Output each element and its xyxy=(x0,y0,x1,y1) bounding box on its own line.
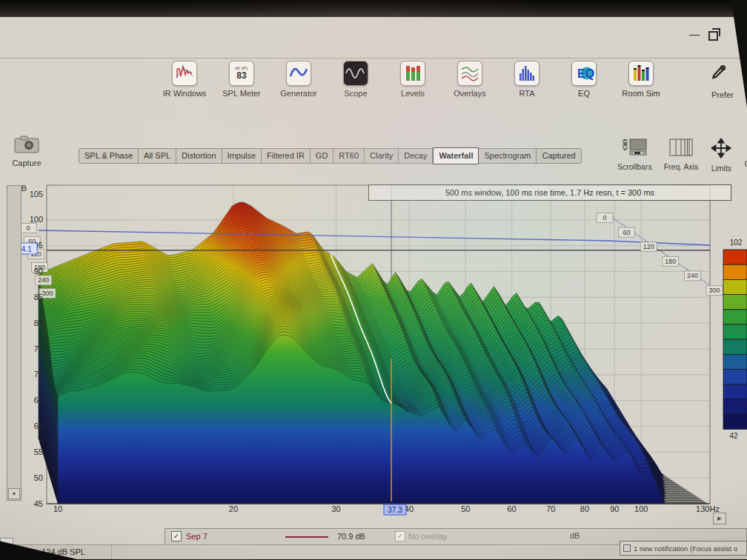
titlebar-divider xyxy=(0,58,747,59)
freq-axis-icon xyxy=(669,138,693,160)
scrollbars-icon xyxy=(621,138,648,160)
toolbar-button-eq[interactable]: EQEQ xyxy=(561,61,607,98)
vertical-scrollbar[interactable]: ▼ xyxy=(7,185,21,501)
svg-text:42: 42 xyxy=(729,432,738,440)
toolbar-button-generator[interactable]: Generator xyxy=(276,61,322,98)
graph-button-limits[interactable]: Limits xyxy=(710,138,732,173)
tab-filtered-ir[interactable]: Filtered IR xyxy=(262,148,311,164)
scope-icon xyxy=(343,61,368,86)
svg-text:90: 90 xyxy=(34,267,43,276)
generator-icon xyxy=(286,61,311,86)
toolbar-button-ir-windows[interactable]: IR Windows xyxy=(162,61,208,98)
tab-waterfall[interactable]: Waterfall xyxy=(433,147,479,164)
toolbar-button-overlays[interactable]: Overlays xyxy=(447,61,493,98)
minimize-button[interactable]: — xyxy=(689,28,700,40)
toolbar-label: SPL Meter xyxy=(222,89,261,98)
rta-icon xyxy=(514,61,540,86)
svg-text:85: 85 xyxy=(34,293,43,301)
monitor-bezel-top xyxy=(0,0,747,17)
svg-text:55: 55 xyxy=(34,447,43,456)
graph-button-label: Limits xyxy=(711,164,731,173)
toolbar-button-room-sim[interactable]: Room Sim xyxy=(618,61,664,98)
graph-button-label: C xyxy=(744,159,747,168)
spl-meter-icon: dB SPL83 xyxy=(229,61,254,86)
rew-window: — IR WindowsdB SPL83SPL MeterGeneratorSc… xyxy=(0,16,747,560)
waterfall-surface xyxy=(39,202,708,504)
levels-icon xyxy=(400,61,425,86)
toolbar-button-levels[interactable]: Levels xyxy=(390,61,436,98)
room-sim-icon xyxy=(628,61,654,86)
main-toolbar: IR WindowsdB SPL83SPL MeterGeneratorScop… xyxy=(162,61,664,98)
scroll-down-button[interactable]: ▼ xyxy=(8,488,20,499)
ir-windows-icon xyxy=(172,61,197,86)
toolbar-button-rta[interactable]: RTA xyxy=(504,61,550,98)
toolbar-button-spl-meter[interactable]: dB SPL83SPL Meter xyxy=(219,61,265,98)
svg-text:50: 50 xyxy=(34,473,43,482)
svg-text:80: 80 xyxy=(580,504,589,513)
svg-text:240: 240 xyxy=(687,272,698,279)
notification-tooltip: 1 new notification (Focus assist o xyxy=(620,541,747,556)
svg-text:120: 120 xyxy=(643,243,654,250)
svg-text:240: 240 xyxy=(38,276,49,284)
svg-text:50: 50 xyxy=(461,504,470,513)
preferences-button[interactable]: Prefer xyxy=(706,62,747,99)
svg-text:100: 100 xyxy=(30,215,43,224)
svg-text:102: 102 xyxy=(730,239,743,247)
notification-text: 1 new notification (Focus assist o xyxy=(634,544,737,553)
tab-all-spl[interactable]: All SPL xyxy=(139,148,176,164)
tab-rt60[interactable]: RT60 xyxy=(333,148,365,164)
tab-decay[interactable]: Decay xyxy=(399,148,433,164)
svg-text:80: 80 xyxy=(34,319,43,327)
svg-text:90: 90 xyxy=(610,504,619,513)
graph-controls: ScrollbarsFreq. AxisLimitsC xyxy=(617,138,747,173)
trace-color-sample xyxy=(285,536,328,538)
tab-spectrogram[interactable]: Spectrogram xyxy=(479,148,537,164)
toolbar-label: Levels xyxy=(401,89,425,98)
graph-button-controls-partial[interactable]: C xyxy=(744,157,747,173)
tab-clarity[interactable]: Clarity xyxy=(365,148,399,164)
graph-button-freq-axis[interactable]: Freq. Axis xyxy=(664,138,699,173)
svg-text:105: 105 xyxy=(30,190,43,199)
overlay-checkbox[interactable]: ✓ xyxy=(395,531,405,541)
toolbar-label: Generator xyxy=(280,89,317,98)
toolbar-label: RTA xyxy=(519,89,535,98)
restore-button[interactable] xyxy=(708,31,718,41)
trace-checkbox[interactable]: ✓ xyxy=(171,531,182,541)
tab-distortion[interactable]: Distortion xyxy=(176,148,222,164)
svg-text:180: 180 xyxy=(665,258,676,265)
waterfall-graph-panel: 006060120120180180240240300300dB10510095… xyxy=(0,181,747,527)
capture-button[interactable]: Capture xyxy=(7,135,46,167)
screen-photo: — IR WindowsdB SPL83SPL MeterGeneratorSc… xyxy=(0,0,747,560)
svg-text:300: 300 xyxy=(42,290,53,297)
toolbar-label: Scope xyxy=(344,89,367,98)
tab-captured[interactable]: Captured xyxy=(537,148,581,164)
tab-gd[interactable]: GD xyxy=(311,148,334,164)
svg-text:10: 10 xyxy=(53,504,62,513)
limits-icon xyxy=(710,138,732,161)
svg-text:75: 75 xyxy=(34,344,43,353)
waterfall-plot[interactable]: 006060120120180180240240300300dB10510095… xyxy=(0,181,747,527)
scroll-right-button[interactable]: ▶ xyxy=(713,513,726,524)
legend-unit-label: dB xyxy=(570,531,580,540)
graph-button-scrollbars[interactable]: Scrollbars xyxy=(617,138,652,173)
trace-name[interactable]: Sep 7 xyxy=(186,532,208,541)
eq-icon: EQ xyxy=(571,61,597,86)
svg-text:60: 60 xyxy=(34,421,43,430)
graph-button-label: Scrollbars xyxy=(617,162,652,171)
graph-tab-strip: SPL & PhaseAll SPLDistortionImpulseFilte… xyxy=(79,148,582,164)
svg-text:65: 65 xyxy=(34,396,43,404)
svg-text:30: 30 xyxy=(332,504,341,513)
camera-icon xyxy=(13,135,40,157)
tab-impulse[interactable]: Impulse xyxy=(222,148,262,164)
trace-cursor-value: 70.9 dB xyxy=(337,532,365,541)
toolbar-label: Room Sim xyxy=(622,89,660,98)
svg-text:45: 45 xyxy=(34,499,43,508)
graph-button-label: Freq. Axis xyxy=(664,162,699,171)
preferences-label: Prefer xyxy=(711,90,734,99)
tab-spl-phase[interactable]: SPL & Phase xyxy=(79,148,139,164)
svg-text:37.3: 37.3 xyxy=(388,506,402,514)
toolbar-button-scope[interactable]: Scope xyxy=(333,61,379,98)
svg-text:60: 60 xyxy=(623,229,631,236)
colorbar: 10242 xyxy=(723,239,747,440)
capture-label: Capture xyxy=(12,159,41,167)
